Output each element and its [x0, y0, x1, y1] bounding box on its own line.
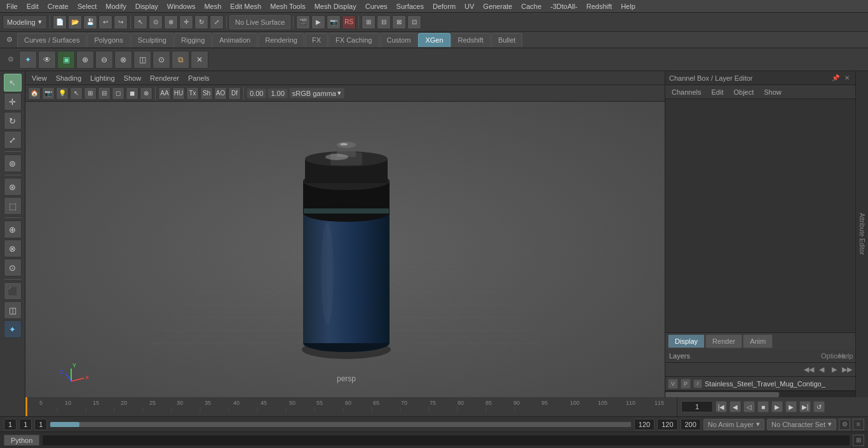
shelf-xgen-icon[interactable]: ✦ [19, 51, 37, 69]
frame-left-field[interactable]: 1 [4, 419, 17, 430]
vp-light-btn[interactable]: 💡 [56, 87, 69, 100]
layers-scrollbar[interactable] [665, 391, 855, 397]
tab-fx[interactable]: FX [305, 33, 328, 47]
menu-curves[interactable]: Curves [362, 1, 391, 11]
edit-tab[interactable]: Edit [709, 88, 726, 96]
tl-loop[interactable]: ↺ [813, 401, 825, 412]
camera-far-val[interactable]: 1.00 [268, 88, 287, 98]
menu-create[interactable]: Create [44, 1, 72, 11]
vp-ao-btn[interactable]: AO [214, 87, 227, 100]
viewport-scene[interactable]: persp X Y Z [25, 102, 665, 397]
timeline-slider[interactable] [50, 421, 631, 428]
vp-hud-btn[interactable]: HU [172, 87, 185, 100]
scale-btn[interactable]: ⤢ [210, 15, 224, 29]
tab-rigging[interactable]: Rigging [174, 33, 212, 47]
layout-btn[interactable]: ⊞ [362, 15, 376, 29]
shelf-snap-icon[interactable]: ⊗ [114, 51, 132, 69]
layout3-btn[interactable]: ⊠ [392, 15, 406, 29]
select-btn[interactable]: ↖ [133, 15, 147, 29]
panel-close-btn[interactable]: ✕ [843, 74, 851, 83]
shelf-layer-icon[interactable]: ◫ [133, 51, 151, 69]
shelf-view-icon[interactable]: 👁 [38, 51, 56, 69]
current-frame-input[interactable]: 1 [681, 401, 713, 412]
layer-nav-back[interactable]: ◀◀ [803, 364, 815, 376]
soft-select-btn[interactable]: ⊚ [4, 154, 22, 172]
viewport-view-menu[interactable]: View [28, 73, 51, 83]
menu-mesh-display[interactable]: Mesh Display [311, 1, 360, 11]
slider-max-field[interactable]: 120 [634, 419, 654, 430]
new-file-btn[interactable]: 📄 [53, 15, 67, 29]
xgen-btn[interactable]: ✦ [4, 320, 22, 338]
render-tab-btn[interactable]: Render [705, 334, 742, 348]
menu-modify[interactable]: Modify [102, 1, 130, 11]
menu-select[interactable]: Select [74, 1, 101, 11]
tl-skip-start[interactable]: |◀ [715, 401, 727, 412]
layers-options-btn[interactable]: Options [827, 350, 839, 362]
snapshot-btn[interactable]: 📷 [327, 15, 341, 29]
shelf-grp-icon[interactable]: ⧉ [172, 51, 189, 69]
lasso-btn[interactable]: ⊙ [149, 15, 163, 29]
layers-help-btn[interactable]: Help [840, 350, 851, 362]
menu-deform[interactable]: Deform [429, 1, 459, 11]
layer-p-btn[interactable]: P [681, 379, 691, 389]
tl-skip-end[interactable]: ▶| [799, 401, 811, 412]
menu-display[interactable]: Display [132, 1, 162, 11]
shelf-mesh-icon[interactable]: ▣ [57, 51, 75, 69]
vp-xray-btn[interactable]: ⊗ [140, 87, 153, 100]
vp-grid-btn[interactable]: ⊞ [84, 87, 97, 100]
tl-play-fwd[interactable]: ▶ [771, 401, 783, 412]
menu-mesh[interactable]: Mesh [200, 1, 225, 11]
paint-btn[interactable]: ⊗ [164, 15, 178, 29]
total-end-field[interactable]: 200 [681, 419, 701, 430]
anim-tab-btn[interactable]: Anim [743, 334, 773, 348]
scale-tool-btn[interactable]: ⤢ [4, 131, 22, 149]
tab-bullet[interactable]: Bullet [491, 33, 523, 47]
shelf-settings-icon[interactable]: ⚙ [4, 53, 18, 67]
playback-end-field[interactable]: 120 [657, 419, 677, 430]
paint-skin-btn[interactable]: ◫ [4, 301, 22, 319]
python-input[interactable] [42, 435, 850, 446]
character-set-dropdown[interactable]: No Character Set ▾ [767, 419, 836, 430]
show-manip-btn[interactable]: ⊛ [4, 178, 22, 196]
save-btn[interactable]: 💾 [83, 15, 97, 29]
mode-dropdown[interactable]: Modeling ▾ [3, 15, 47, 29]
tab-curves-surfaces[interactable]: Curves / Surfaces [17, 33, 86, 47]
viewport-lighting-menu[interactable]: Lighting [86, 73, 119, 83]
undo-btn[interactable]: ↩ [98, 15, 112, 29]
python-expand-btn[interactable]: ⊞ [853, 435, 864, 446]
no-live-surface-btn[interactable]: No Live Surface [229, 15, 290, 29]
menu-edit[interactable]: Edit [23, 1, 43, 11]
transform-btn[interactable]: ✛ [4, 93, 22, 111]
viewport-show-menu[interactable]: Show [120, 73, 146, 83]
tab-xgen[interactable]: XGen [418, 33, 450, 47]
menu-windows[interactable]: Windows [163, 1, 200, 11]
layer-v-btn[interactable]: V [668, 379, 678, 389]
status-extra-btn[interactable]: ≡ [853, 419, 864, 430]
rotate-btn[interactable]: ↻ [194, 15, 208, 29]
vp-aa-btn[interactable]: AA [158, 87, 171, 100]
viewport-shading-menu[interactable]: Shading [52, 73, 85, 83]
channels-tab[interactable]: Channels [669, 88, 703, 96]
select-tool-btn[interactable]: ↖ [4, 74, 22, 92]
menu-help[interactable]: Help [617, 1, 639, 11]
python-tab[interactable]: Python [4, 435, 39, 445]
menu-3dtall[interactable]: -3DtoAll- [546, 1, 581, 11]
shelf-place-icon[interactable]: ⊕ [76, 51, 94, 69]
tab-polygons[interactable]: Polygons [87, 33, 130, 47]
layout4-btn[interactable]: ⊡ [407, 15, 421, 29]
tab-redshift[interactable]: Redshift [451, 33, 491, 47]
vp-tex-btn[interactable]: Tx [186, 87, 199, 100]
open-file-btn[interactable]: 📂 [68, 15, 82, 29]
settings-icon[interactable]: ⚙ [3, 33, 17, 47]
tl-prev-frame[interactable]: ◀ [729, 401, 741, 412]
snap-curve-btn[interactable]: ⊗ [4, 240, 22, 257]
panel-pin-btn[interactable]: 📌 [831, 74, 840, 83]
vp-home-btn[interactable]: 🏠 [28, 87, 41, 100]
redo-btn[interactable]: ↪ [114, 15, 128, 29]
tl-stop[interactable]: ■ [757, 401, 769, 412]
layers-scrollbar-thumb[interactable] [665, 392, 779, 397]
shelf-ref-icon[interactable]: ⊙ [153, 51, 170, 69]
layer-color-swatch[interactable]: / [693, 379, 702, 388]
layout2-btn[interactable]: ⊟ [377, 15, 391, 29]
menu-cache[interactable]: Cache [517, 1, 545, 11]
